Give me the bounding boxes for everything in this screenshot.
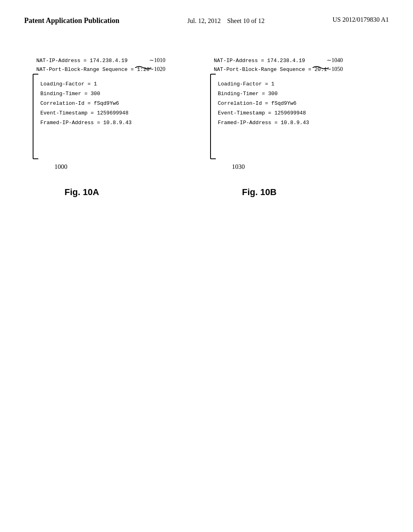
svg-text:1000: 1000 xyxy=(54,163,67,170)
patent-title: Patent Application Publication xyxy=(24,16,119,25)
svg-text:Binding-Timer = 300: Binding-Timer = 300 xyxy=(40,91,100,97)
svg-text:Loading-Factor = 1: Loading-Factor = 1 xyxy=(218,81,275,87)
figure-10a-col: NAT-IP-Address = 174.238.4.19 ∼1010 NAT-… xyxy=(32,50,186,221)
svg-text:∼1040: ∼1040 xyxy=(327,57,343,63)
svg-text:Binding-Timer = 300: Binding-Timer = 300 xyxy=(218,91,277,97)
header-meta: Jul. 12, 2012 Sheet 10 of 12 xyxy=(187,16,265,26)
svg-text:NAT-IP-Address = 174.238.4.19: NAT-IP-Address = 174.238.4.19 xyxy=(36,58,127,64)
svg-text:NAT-IP-Address = 174.238.4.19: NAT-IP-Address = 174.238.4.19 xyxy=(214,58,305,64)
svg-text:∼1010: ∼1010 xyxy=(149,57,165,63)
publication-date: Jul. 12, 2012 xyxy=(187,17,221,24)
svg-text:1030: 1030 xyxy=(232,163,245,170)
page-container: Patent Application Publication Jul. 12, … xyxy=(0,0,413,532)
svg-text:Fig. 10A: Fig. 10A xyxy=(65,187,99,197)
svg-text:Loading-Factor = 1: Loading-Factor = 1 xyxy=(40,81,97,87)
figure-10a-svg: NAT-IP-Address = 174.238.4.19 ∼1010 NAT-… xyxy=(32,50,186,219)
header: Patent Application Publication Jul. 12, … xyxy=(24,16,389,26)
svg-text:Event-Timestamp = 1259699948: Event-Timestamp = 1259699948 xyxy=(40,110,128,116)
sheet-info: Sheet 10 of 12 xyxy=(227,17,265,24)
svg-text:Framed-IP-Address = 10.8.9.43: Framed-IP-Address = 10.8.9.43 xyxy=(218,120,309,126)
patent-number: US 2012/0179830 A1 xyxy=(332,16,389,23)
svg-text:Event-Timestamp = 1259699948: Event-Timestamp = 1259699948 xyxy=(218,110,306,116)
svg-text:Correlation-Id = fSqd9Yw6: Correlation-Id = fSqd9Yw6 xyxy=(218,100,296,106)
svg-text:∼1050: ∼1050 xyxy=(327,66,343,72)
figure-10a-diagram: NAT-IP-Address = 174.238.4.19 ∼1010 NAT-… xyxy=(32,50,186,221)
svg-text:Correlation-Id = fSqd9Yw6: Correlation-Id = fSqd9Yw6 xyxy=(40,100,119,106)
svg-text:NAT-Port-Block-Range Sequence : NAT-Port-Block-Range Sequence = 20:1 xyxy=(214,66,327,73)
figure-10b-diagram: NAT-IP-Address = 174.238.4.19 ∼1040 NAT-… xyxy=(210,50,371,221)
svg-text:Fig. 10B: Fig. 10B xyxy=(242,187,277,197)
svg-text:Framed-IP-Address = 10.8.9.43: Framed-IP-Address = 10.8.9.43 xyxy=(40,120,131,126)
figure-10b-svg: NAT-IP-Address = 174.238.4.19 ∼1040 NAT-… xyxy=(210,50,371,219)
svg-text:∼1020: ∼1020 xyxy=(149,66,165,72)
figures-row: NAT-IP-Address = 174.238.4.19 ∼1010 NAT-… xyxy=(24,50,389,221)
figure-10b-col: NAT-IP-Address = 174.238.4.19 ∼1040 NAT-… xyxy=(210,50,371,221)
svg-text:NAT-Port-Block-Range Sequence : NAT-Port-Block-Range Sequence = 1:20 xyxy=(36,66,150,73)
